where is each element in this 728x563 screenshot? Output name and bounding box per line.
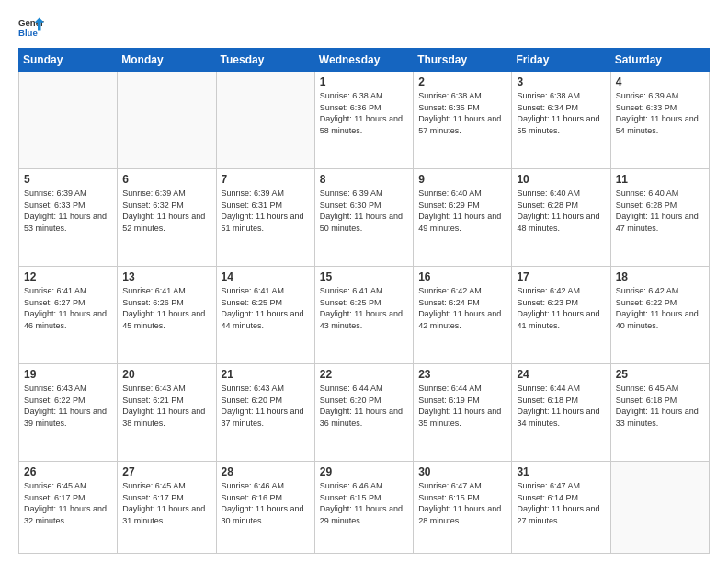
day-info: Sunrise: 6:42 AM Sunset: 6:23 PM Dayligh… xyxy=(517,285,605,331)
day-info: Sunrise: 6:41 AM Sunset: 6:25 PM Dayligh… xyxy=(320,285,408,331)
day-info: Sunrise: 6:39 AM Sunset: 6:33 PM Dayligh… xyxy=(616,90,704,136)
calendar-cell: 12Sunrise: 6:41 AM Sunset: 6:27 PM Dayli… xyxy=(19,267,118,364)
day-info: Sunrise: 6:45 AM Sunset: 6:17 PM Dayligh… xyxy=(24,480,112,526)
calendar-cell: 6Sunrise: 6:39 AM Sunset: 6:32 PM Daylig… xyxy=(118,169,216,267)
calendar-cell xyxy=(610,462,709,554)
day-number: 19 xyxy=(24,368,112,381)
day-info: Sunrise: 6:40 AM Sunset: 6:29 PM Dayligh… xyxy=(418,188,506,234)
weekday-thursday: Thursday xyxy=(414,49,512,72)
calendar-cell: 14Sunrise: 6:41 AM Sunset: 6:25 PM Dayli… xyxy=(216,267,314,364)
day-info: Sunrise: 6:46 AM Sunset: 6:16 PM Dayligh… xyxy=(222,480,310,526)
calendar-cell: 22Sunrise: 6:44 AM Sunset: 6:20 PM Dayli… xyxy=(314,364,413,462)
calendar-cell: 7Sunrise: 6:39 AM Sunset: 6:31 PM Daylig… xyxy=(216,169,314,267)
day-number: 8 xyxy=(320,173,408,186)
calendar-cell xyxy=(216,72,314,169)
calendar-cell: 3Sunrise: 6:38 AM Sunset: 6:34 PM Daylig… xyxy=(512,72,610,169)
day-info: Sunrise: 6:38 AM Sunset: 6:34 PM Dayligh… xyxy=(517,90,605,136)
calendar-cell: 1Sunrise: 6:38 AM Sunset: 6:36 PM Daylig… xyxy=(314,72,413,169)
calendar-cell: 24Sunrise: 6:44 AM Sunset: 6:18 PM Dayli… xyxy=(512,364,610,462)
day-number: 23 xyxy=(418,368,506,381)
calendar-cell: 5Sunrise: 6:39 AM Sunset: 6:33 PM Daylig… xyxy=(19,169,118,267)
day-info: Sunrise: 6:45 AM Sunset: 6:17 PM Dayligh… xyxy=(122,480,210,526)
calendar-cell: 18Sunrise: 6:42 AM Sunset: 6:22 PM Dayli… xyxy=(610,267,709,364)
day-number: 5 xyxy=(24,173,112,186)
logo-icon: General Blue xyxy=(18,15,44,40)
day-info: Sunrise: 6:42 AM Sunset: 6:24 PM Dayligh… xyxy=(418,285,506,331)
week-row-3: 12Sunrise: 6:41 AM Sunset: 6:27 PM Dayli… xyxy=(19,267,710,364)
day-info: Sunrise: 6:43 AM Sunset: 6:21 PM Dayligh… xyxy=(122,383,210,429)
day-number: 7 xyxy=(222,173,310,186)
day-info: Sunrise: 6:44 AM Sunset: 6:18 PM Dayligh… xyxy=(517,383,605,429)
day-number: 21 xyxy=(222,368,310,381)
calendar-cell: 10Sunrise: 6:40 AM Sunset: 6:28 PM Dayli… xyxy=(512,169,610,267)
weekday-wednesday: Wednesday xyxy=(314,49,413,72)
day-info: Sunrise: 6:40 AM Sunset: 6:28 PM Dayligh… xyxy=(616,188,704,234)
calendar-cell: 17Sunrise: 6:42 AM Sunset: 6:23 PM Dayli… xyxy=(512,267,610,364)
calendar-cell: 9Sunrise: 6:40 AM Sunset: 6:29 PM Daylig… xyxy=(414,169,512,267)
day-number: 11 xyxy=(616,173,704,186)
day-info: Sunrise: 6:39 AM Sunset: 6:30 PM Dayligh… xyxy=(320,188,408,234)
day-info: Sunrise: 6:41 AM Sunset: 6:25 PM Dayligh… xyxy=(222,285,310,331)
day-number: 14 xyxy=(222,270,310,283)
day-number: 15 xyxy=(320,270,408,283)
calendar-cell: 29Sunrise: 6:46 AM Sunset: 6:15 PM Dayli… xyxy=(314,462,413,554)
day-number: 2 xyxy=(418,75,506,88)
week-row-1: 1Sunrise: 6:38 AM Sunset: 6:36 PM Daylig… xyxy=(19,72,710,169)
week-row-2: 5Sunrise: 6:39 AM Sunset: 6:33 PM Daylig… xyxy=(19,169,710,267)
logo: General Blue xyxy=(18,15,44,40)
day-number: 27 xyxy=(122,465,210,478)
day-info: Sunrise: 6:47 AM Sunset: 6:14 PM Dayligh… xyxy=(517,480,605,526)
day-info: Sunrise: 6:39 AM Sunset: 6:33 PM Dayligh… xyxy=(24,188,112,234)
weekday-friday: Friday xyxy=(512,49,610,72)
calendar-cell: 11Sunrise: 6:40 AM Sunset: 6:28 PM Dayli… xyxy=(610,169,709,267)
calendar-cell: 13Sunrise: 6:41 AM Sunset: 6:26 PM Dayli… xyxy=(118,267,216,364)
day-number: 17 xyxy=(517,270,605,283)
day-info: Sunrise: 6:41 AM Sunset: 6:26 PM Dayligh… xyxy=(122,285,210,331)
calendar-cell: 21Sunrise: 6:43 AM Sunset: 6:20 PM Dayli… xyxy=(216,364,314,462)
day-info: Sunrise: 6:38 AM Sunset: 6:35 PM Dayligh… xyxy=(418,90,506,136)
day-info: Sunrise: 6:46 AM Sunset: 6:15 PM Dayligh… xyxy=(320,480,408,526)
day-info: Sunrise: 6:44 AM Sunset: 6:20 PM Dayligh… xyxy=(320,383,408,429)
calendar-cell: 28Sunrise: 6:46 AM Sunset: 6:16 PM Dayli… xyxy=(216,462,314,554)
weekday-header-row: SundayMondayTuesdayWednesdayThursdayFrid… xyxy=(19,49,710,72)
day-number: 25 xyxy=(616,368,704,381)
calendar-cell: 4Sunrise: 6:39 AM Sunset: 6:33 PM Daylig… xyxy=(610,72,709,169)
header: General Blue xyxy=(18,15,710,40)
calendar-cell: 20Sunrise: 6:43 AM Sunset: 6:21 PM Dayli… xyxy=(118,364,216,462)
day-info: Sunrise: 6:45 AM Sunset: 6:18 PM Dayligh… xyxy=(616,383,704,429)
day-info: Sunrise: 6:39 AM Sunset: 6:31 PM Dayligh… xyxy=(222,188,310,234)
calendar-cell: 30Sunrise: 6:47 AM Sunset: 6:15 PM Dayli… xyxy=(414,462,512,554)
weekday-monday: Monday xyxy=(118,49,216,72)
calendar-table: SundayMondayTuesdayWednesdayThursdayFrid… xyxy=(18,48,710,554)
day-number: 24 xyxy=(517,368,605,381)
day-info: Sunrise: 6:44 AM Sunset: 6:19 PM Dayligh… xyxy=(418,383,506,429)
calendar-cell: 23Sunrise: 6:44 AM Sunset: 6:19 PM Dayli… xyxy=(414,364,512,462)
calendar-cell: 27Sunrise: 6:45 AM Sunset: 6:17 PM Dayli… xyxy=(118,462,216,554)
day-info: Sunrise: 6:40 AM Sunset: 6:28 PM Dayligh… xyxy=(517,188,605,234)
day-number: 20 xyxy=(122,368,210,381)
calendar-cell: 26Sunrise: 6:45 AM Sunset: 6:17 PM Dayli… xyxy=(19,462,118,554)
weekday-tuesday: Tuesday xyxy=(216,49,314,72)
day-number: 29 xyxy=(320,465,408,478)
day-number: 1 xyxy=(320,75,408,88)
day-number: 30 xyxy=(418,465,506,478)
week-row-5: 26Sunrise: 6:45 AM Sunset: 6:17 PM Dayli… xyxy=(19,462,710,554)
day-info: Sunrise: 6:47 AM Sunset: 6:15 PM Dayligh… xyxy=(418,480,506,526)
day-number: 28 xyxy=(222,465,310,478)
day-info: Sunrise: 6:43 AM Sunset: 6:20 PM Dayligh… xyxy=(222,383,310,429)
day-number: 13 xyxy=(122,270,210,283)
day-number: 3 xyxy=(517,75,605,88)
weekday-sunday: Sunday xyxy=(19,49,118,72)
calendar-cell: 2Sunrise: 6:38 AM Sunset: 6:35 PM Daylig… xyxy=(414,72,512,169)
day-number: 26 xyxy=(24,465,112,478)
calendar-cell xyxy=(118,72,216,169)
day-number: 18 xyxy=(616,270,704,283)
day-info: Sunrise: 6:42 AM Sunset: 6:22 PM Dayligh… xyxy=(616,285,704,331)
calendar-cell: 31Sunrise: 6:47 AM Sunset: 6:14 PM Dayli… xyxy=(512,462,610,554)
day-number: 12 xyxy=(24,270,112,283)
calendar-cell: 15Sunrise: 6:41 AM Sunset: 6:25 PM Dayli… xyxy=(314,267,413,364)
day-number: 31 xyxy=(517,465,605,478)
week-row-4: 19Sunrise: 6:43 AM Sunset: 6:22 PM Dayli… xyxy=(19,364,710,462)
day-number: 16 xyxy=(418,270,506,283)
calendar-cell: 25Sunrise: 6:45 AM Sunset: 6:18 PM Dayli… xyxy=(610,364,709,462)
